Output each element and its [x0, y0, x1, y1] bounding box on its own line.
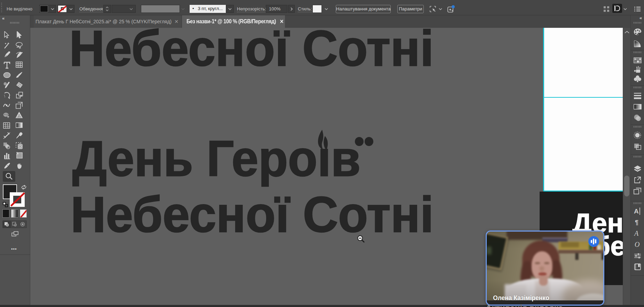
svg-text:A: A [634, 229, 639, 237]
svg-text:¶: ¶ [635, 219, 638, 226]
svg-text:O: O [635, 241, 639, 248]
svg-text:A: A [634, 208, 639, 215]
